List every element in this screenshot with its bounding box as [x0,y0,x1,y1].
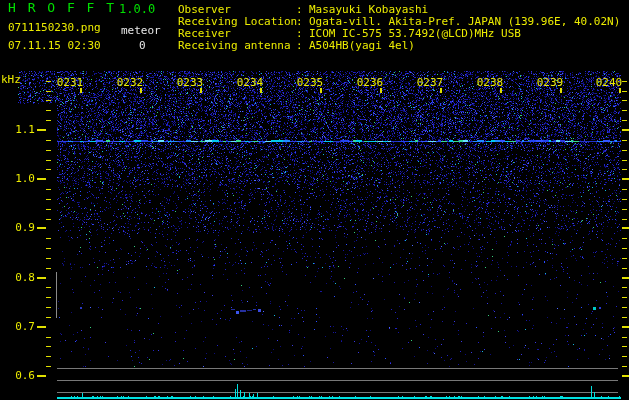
info-colon: : [296,40,309,52]
freq-label: 1.1 [0,124,35,136]
time-label: 0233 [177,77,204,89]
meteor-count-value: 0 [139,40,146,52]
time-label: 0231 [57,77,84,89]
time-label: 0232 [117,77,144,89]
time-label: 0239 [537,77,564,89]
datetime: 07.11.15 02:30 [8,40,101,52]
freq-unit-label: kHz [1,74,21,86]
info-value: A504HB(yagi 4el) [309,40,415,52]
app-version: 1.0.0 [119,3,155,15]
time-label: 0240 [596,77,623,89]
freq-label: 0.7 [0,321,35,333]
freq-label: 0.6 [0,370,35,382]
hrofft-screen: H R O F F T 1.0.0 0711150230.png meteor … [0,0,629,400]
info-label: Receiving antenna [178,40,296,52]
time-label: 0238 [477,77,504,89]
time-label: 0237 [417,77,444,89]
station-info: Observer:Masayuki KobayashiReceiving Loc… [178,4,620,52]
freq-label: 0.9 [0,222,35,234]
freq-label: 1.0 [0,173,35,185]
meteor-count-label: meteor [121,25,161,37]
info-row: Receiving antenna:A504HB(yagi 4el) [178,40,620,52]
time-label: 0235 [297,77,324,89]
time-label: 0236 [357,77,384,89]
spectrogram-canvas [0,0,629,400]
freq-label: 0.8 [0,272,35,284]
time-label: 0234 [237,77,264,89]
filename: 0711150230.png [8,22,101,34]
app-title: H R O F F T [8,2,116,14]
